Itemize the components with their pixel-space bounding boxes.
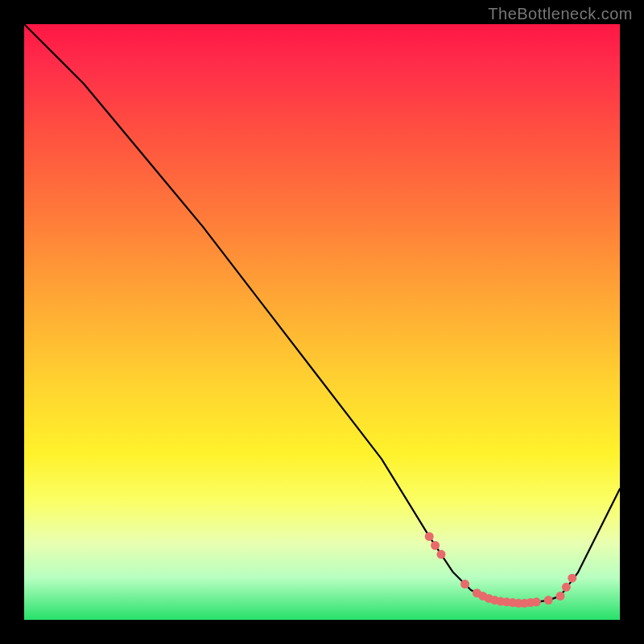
curve-line [24, 24, 620, 603]
plot-area [24, 24, 620, 620]
curve-dots [425, 532, 577, 608]
data-point [556, 592, 565, 601]
data-point [532, 597, 541, 606]
data-point [431, 541, 440, 550]
data-point [568, 574, 576, 583]
data-point [544, 596, 553, 605]
chart-container: TheBottleneck.com [0, 0, 644, 644]
data-point [437, 550, 446, 559]
data-point [425, 532, 434, 541]
chart-svg [24, 24, 620, 620]
data-point [460, 580, 469, 588]
watermark-text: TheBottleneck.com [488, 5, 633, 23]
data-point [562, 583, 571, 592]
